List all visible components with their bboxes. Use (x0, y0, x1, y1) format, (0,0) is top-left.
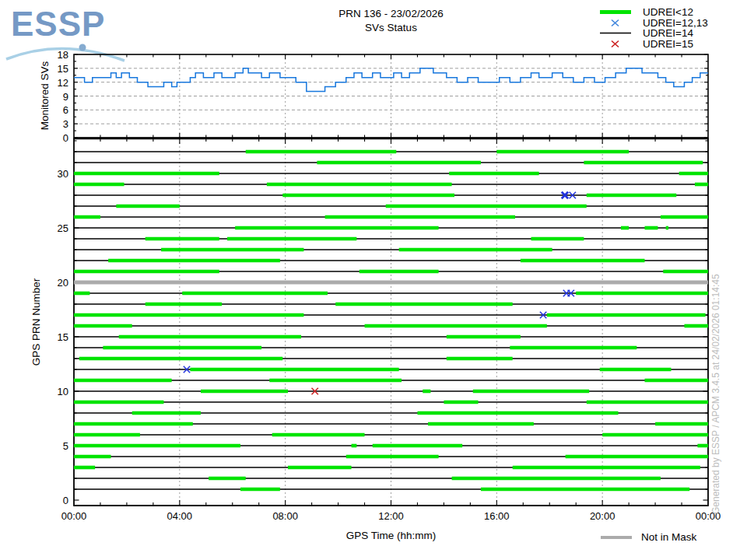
top-y-tick-label: 18 (47, 49, 68, 61)
bottom-y-tick-label: 5 (47, 440, 68, 452)
x-tick-label: 20:00 (580, 510, 624, 522)
x-tick-label: 16:00 (475, 510, 518, 522)
bottom-y-tick-label: 10 (47, 386, 68, 397)
plots-canvas (0, 0, 747, 560)
monitored-svs-line (74, 68, 708, 92)
not-in-mask-legend: Not in Mask (601, 531, 696, 543)
monitored-svs-plot (74, 54, 708, 138)
top-y-tick-label: 0 (47, 132, 68, 144)
bottom-y-tick-label: 15 (47, 331, 68, 343)
watermark: Generated by ESSP / APCM 3.4.5 at 24/02/… (710, 274, 721, 514)
top-y-tick-label: 9 (47, 91, 68, 103)
x-tick-label: 08:00 (264, 510, 307, 522)
prn-status-plot (74, 138, 708, 506)
x-tick-label: 00:00 (52, 510, 96, 522)
bottom-y-tick-label: 20 (47, 277, 68, 289)
bottom-y-tick-label: 0 (47, 495, 68, 506)
essp-svs-status-chart: ESSP PRN 136 - 23/02/2026 SVs Status UDR… (0, 0, 747, 560)
top-y-tick-label: 3 (47, 118, 68, 130)
top-y-tick-label: 6 (47, 104, 68, 116)
y-axis-label-gps-prn: GPS PRN Number (30, 278, 42, 366)
not-in-mask-label: Not in Mask (641, 531, 696, 543)
top-y-tick-label: 12 (47, 77, 68, 89)
x-tick-label: 12:00 (370, 510, 413, 522)
bottom-y-tick-label: 25 (47, 222, 68, 234)
not-in-mask-swatch (601, 536, 632, 539)
x-tick-label: 04:00 (158, 510, 202, 522)
x-tick-label: 00:00 (686, 510, 730, 522)
bottom-y-tick-label: 30 (47, 168, 68, 180)
top-y-tick-label: 15 (47, 63, 68, 75)
